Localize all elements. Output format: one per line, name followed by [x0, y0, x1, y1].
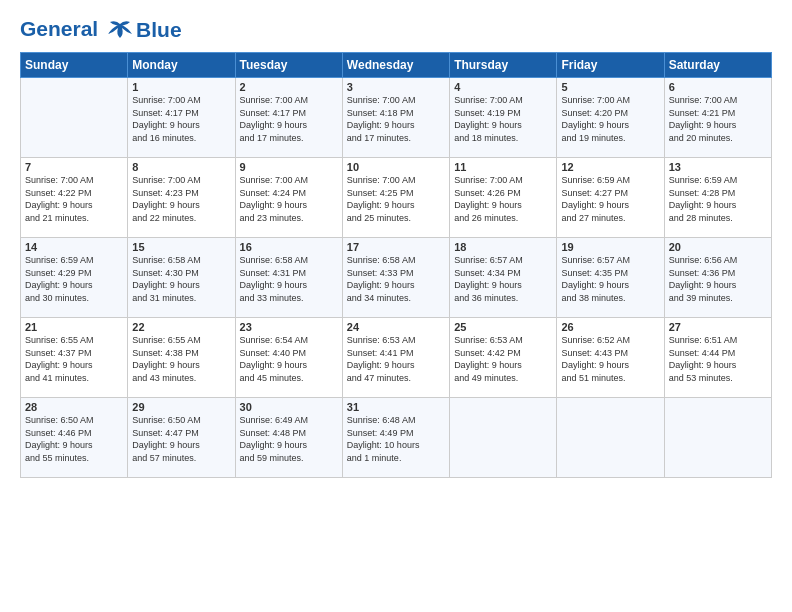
week-row-3: 14Sunrise: 6:59 AM Sunset: 4:29 PM Dayli…	[21, 238, 772, 318]
calendar-cell: 29Sunrise: 6:50 AM Sunset: 4:47 PM Dayli…	[128, 398, 235, 478]
day-number: 18	[454, 241, 552, 253]
logo-general: General	[20, 17, 98, 40]
weekday-header-row: SundayMondayTuesdayWednesdayThursdayFrid…	[21, 53, 772, 78]
day-number: 21	[25, 321, 123, 333]
calendar-cell: 13Sunrise: 6:59 AM Sunset: 4:28 PM Dayli…	[664, 158, 771, 238]
calendar-cell: 28Sunrise: 6:50 AM Sunset: 4:46 PM Dayli…	[21, 398, 128, 478]
calendar-table: SundayMondayTuesdayWednesdayThursdayFrid…	[20, 52, 772, 478]
calendar-cell: 21Sunrise: 6:55 AM Sunset: 4:37 PM Dayli…	[21, 318, 128, 398]
calendar-cell: 11Sunrise: 7:00 AM Sunset: 4:26 PM Dayli…	[450, 158, 557, 238]
day-info: Sunrise: 7:00 AM Sunset: 4:26 PM Dayligh…	[454, 174, 552, 224]
day-info: Sunrise: 6:58 AM Sunset: 4:31 PM Dayligh…	[240, 254, 338, 304]
day-info: Sunrise: 6:49 AM Sunset: 4:48 PM Dayligh…	[240, 414, 338, 464]
day-number: 22	[132, 321, 230, 333]
week-row-1: 1Sunrise: 7:00 AM Sunset: 4:17 PM Daylig…	[21, 78, 772, 158]
header: General Blue	[20, 18, 772, 42]
day-info: Sunrise: 7:00 AM Sunset: 4:23 PM Dayligh…	[132, 174, 230, 224]
day-info: Sunrise: 6:59 AM Sunset: 4:28 PM Dayligh…	[669, 174, 767, 224]
calendar-cell: 9Sunrise: 7:00 AM Sunset: 4:24 PM Daylig…	[235, 158, 342, 238]
day-info: Sunrise: 6:56 AM Sunset: 4:36 PM Dayligh…	[669, 254, 767, 304]
day-number: 15	[132, 241, 230, 253]
calendar-cell: 30Sunrise: 6:49 AM Sunset: 4:48 PM Dayli…	[235, 398, 342, 478]
weekday-header-thursday: Thursday	[450, 53, 557, 78]
day-number: 29	[132, 401, 230, 413]
calendar-cell: 19Sunrise: 6:57 AM Sunset: 4:35 PM Dayli…	[557, 238, 664, 318]
calendar-cell: 17Sunrise: 6:58 AM Sunset: 4:33 PM Dayli…	[342, 238, 449, 318]
weekday-header-saturday: Saturday	[664, 53, 771, 78]
weekday-header-friday: Friday	[557, 53, 664, 78]
calendar-cell: 3Sunrise: 7:00 AM Sunset: 4:18 PM Daylig…	[342, 78, 449, 158]
day-number: 10	[347, 161, 445, 173]
day-info: Sunrise: 6:59 AM Sunset: 4:27 PM Dayligh…	[561, 174, 659, 224]
day-number: 9	[240, 161, 338, 173]
day-number: 23	[240, 321, 338, 333]
calendar-cell: 25Sunrise: 6:53 AM Sunset: 4:42 PM Dayli…	[450, 318, 557, 398]
day-number: 24	[347, 321, 445, 333]
calendar-cell: 4Sunrise: 7:00 AM Sunset: 4:19 PM Daylig…	[450, 78, 557, 158]
day-info: Sunrise: 6:50 AM Sunset: 4:47 PM Dayligh…	[132, 414, 230, 464]
weekday-header-monday: Monday	[128, 53, 235, 78]
calendar-cell: 5Sunrise: 7:00 AM Sunset: 4:20 PM Daylig…	[557, 78, 664, 158]
calendar-cell: 14Sunrise: 6:59 AM Sunset: 4:29 PM Dayli…	[21, 238, 128, 318]
weekday-header-sunday: Sunday	[21, 53, 128, 78]
day-info: Sunrise: 6:52 AM Sunset: 4:43 PM Dayligh…	[561, 334, 659, 384]
day-number: 12	[561, 161, 659, 173]
day-number: 3	[347, 81, 445, 93]
calendar-cell: 26Sunrise: 6:52 AM Sunset: 4:43 PM Dayli…	[557, 318, 664, 398]
day-info: Sunrise: 6:53 AM Sunset: 4:42 PM Dayligh…	[454, 334, 552, 384]
calendar-cell: 24Sunrise: 6:53 AM Sunset: 4:41 PM Dayli…	[342, 318, 449, 398]
day-number: 11	[454, 161, 552, 173]
calendar-cell: 15Sunrise: 6:58 AM Sunset: 4:30 PM Dayli…	[128, 238, 235, 318]
calendar-cell: 7Sunrise: 7:00 AM Sunset: 4:22 PM Daylig…	[21, 158, 128, 238]
day-number: 7	[25, 161, 123, 173]
calendar-cell: 8Sunrise: 7:00 AM Sunset: 4:23 PM Daylig…	[128, 158, 235, 238]
calendar-cell: 1Sunrise: 7:00 AM Sunset: 4:17 PM Daylig…	[128, 78, 235, 158]
calendar-cell	[664, 398, 771, 478]
day-info: Sunrise: 6:50 AM Sunset: 4:46 PM Dayligh…	[25, 414, 123, 464]
day-number: 28	[25, 401, 123, 413]
calendar-cell: 16Sunrise: 6:58 AM Sunset: 4:31 PM Dayli…	[235, 238, 342, 318]
calendar-cell	[21, 78, 128, 158]
calendar-cell: 12Sunrise: 6:59 AM Sunset: 4:27 PM Dayli…	[557, 158, 664, 238]
logo-bird-icon	[106, 20, 134, 42]
day-number: 1	[132, 81, 230, 93]
calendar-cell: 20Sunrise: 6:56 AM Sunset: 4:36 PM Dayli…	[664, 238, 771, 318]
day-info: Sunrise: 7:00 AM Sunset: 4:17 PM Dayligh…	[132, 94, 230, 144]
day-info: Sunrise: 7:00 AM Sunset: 4:20 PM Dayligh…	[561, 94, 659, 144]
day-info: Sunrise: 7:00 AM Sunset: 4:17 PM Dayligh…	[240, 94, 338, 144]
week-row-2: 7Sunrise: 7:00 AM Sunset: 4:22 PM Daylig…	[21, 158, 772, 238]
calendar-cell: 23Sunrise: 6:54 AM Sunset: 4:40 PM Dayli…	[235, 318, 342, 398]
day-info: Sunrise: 7:00 AM Sunset: 4:18 PM Dayligh…	[347, 94, 445, 144]
week-row-5: 28Sunrise: 6:50 AM Sunset: 4:46 PM Dayli…	[21, 398, 772, 478]
day-number: 30	[240, 401, 338, 413]
day-info: Sunrise: 6:57 AM Sunset: 4:34 PM Dayligh…	[454, 254, 552, 304]
day-info: Sunrise: 6:53 AM Sunset: 4:41 PM Dayligh…	[347, 334, 445, 384]
calendar-cell: 6Sunrise: 7:00 AM Sunset: 4:21 PM Daylig…	[664, 78, 771, 158]
day-number: 17	[347, 241, 445, 253]
day-info: Sunrise: 6:54 AM Sunset: 4:40 PM Dayligh…	[240, 334, 338, 384]
calendar-cell: 22Sunrise: 6:55 AM Sunset: 4:38 PM Dayli…	[128, 318, 235, 398]
day-number: 19	[561, 241, 659, 253]
day-number: 27	[669, 321, 767, 333]
weekday-header-wednesday: Wednesday	[342, 53, 449, 78]
day-number: 5	[561, 81, 659, 93]
day-number: 13	[669, 161, 767, 173]
calendar-cell: 10Sunrise: 7:00 AM Sunset: 4:25 PM Dayli…	[342, 158, 449, 238]
day-info: Sunrise: 7:00 AM Sunset: 4:21 PM Dayligh…	[669, 94, 767, 144]
day-info: Sunrise: 6:57 AM Sunset: 4:35 PM Dayligh…	[561, 254, 659, 304]
day-number: 6	[669, 81, 767, 93]
day-number: 26	[561, 321, 659, 333]
day-info: Sunrise: 7:00 AM Sunset: 4:25 PM Dayligh…	[347, 174, 445, 224]
weekday-header-tuesday: Tuesday	[235, 53, 342, 78]
day-info: Sunrise: 6:55 AM Sunset: 4:37 PM Dayligh…	[25, 334, 123, 384]
calendar-cell	[450, 398, 557, 478]
day-info: Sunrise: 7:00 AM Sunset: 4:24 PM Dayligh…	[240, 174, 338, 224]
logo-blue: Blue	[136, 18, 182, 42]
day-info: Sunrise: 6:58 AM Sunset: 4:30 PM Dayligh…	[132, 254, 230, 304]
day-number: 16	[240, 241, 338, 253]
week-row-4: 21Sunrise: 6:55 AM Sunset: 4:37 PM Dayli…	[21, 318, 772, 398]
day-number: 8	[132, 161, 230, 173]
day-number: 4	[454, 81, 552, 93]
day-info: Sunrise: 7:00 AM Sunset: 4:22 PM Dayligh…	[25, 174, 123, 224]
day-number: 25	[454, 321, 552, 333]
